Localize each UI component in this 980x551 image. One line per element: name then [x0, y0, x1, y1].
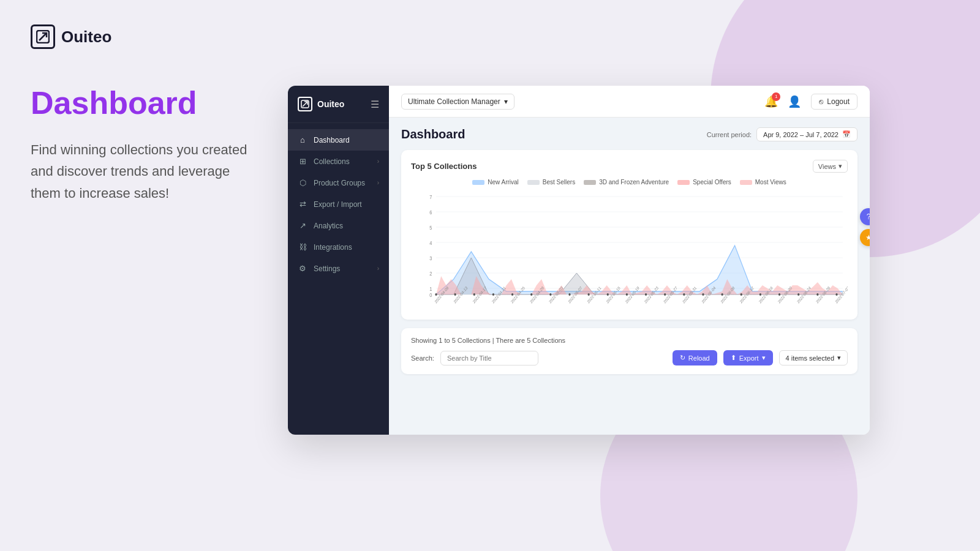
svg-point-23 [435, 293, 437, 296]
export-button[interactable]: ⬆ Export ▾ [723, 350, 773, 365]
floating-buttons: ? ★ [860, 208, 870, 246]
legend-label-best-sellers: Best Sellers [543, 179, 575, 186]
collection-selector[interactable]: Ultimate Collection Manager ▾ [401, 94, 514, 110]
notification-button[interactable]: 🔔 1 [764, 95, 778, 108]
svg-text:3: 3 [429, 255, 432, 261]
logout-icon: ⎋ [819, 97, 823, 106]
chevron-right-icon: › [377, 158, 379, 165]
help-icon: ? [867, 212, 870, 221]
table-info: Showing 1 to 5 Collections | There are 5… [411, 337, 848, 344]
svg-text:7: 7 [429, 194, 432, 200]
svg-marker-20 [436, 246, 843, 294]
integrations-icon: ⛓ [298, 242, 307, 252]
svg-text:0: 0 [429, 292, 432, 298]
nav-label-analytics: Analytics [314, 222, 379, 230]
user-icon[interactable]: 👤 [788, 95, 801, 108]
svg-text:5: 5 [429, 225, 432, 231]
svg-point-39 [741, 293, 742, 296]
svg-point-42 [797, 293, 799, 296]
svg-point-38 [721, 293, 723, 296]
main-content: Ultimate Collection Manager ▾ 🔔 1 👤 ⎋ Lo… [389, 86, 870, 435]
left-panel: Ouiteo Dashboard Find winning collection… [0, 0, 288, 551]
product-groups-icon: ⬡ [298, 178, 307, 187]
chevron-right-icon-2: › [377, 179, 379, 186]
export-label: Export [739, 354, 759, 362]
sidebar-item-dashboard[interactable]: ⌂ Dashboard [288, 129, 389, 151]
help-button[interactable]: ? [860, 208, 870, 225]
app-window: Ouiteo ☰ ⌂ Dashboard ⊞ Collections › ⬡ P… [288, 86, 870, 435]
period-value-selector[interactable]: Apr 9, 2022 – Jul 7, 2022 📅 [756, 127, 858, 141]
sidebar-item-settings[interactable]: ⚙ Settings › [288, 258, 389, 279]
search-input[interactable] [440, 351, 538, 365]
search-label: Search: [411, 354, 434, 362]
sidebar-brand-text: Ouiteo [317, 99, 344, 109]
brand-logo: Ouiteo [31, 24, 257, 49]
sidebar-brand-icon [298, 97, 312, 111]
legend-color-special-offers [677, 180, 690, 185]
svg-line-1 [39, 33, 47, 40]
chart-legend: New Arrival Best Sellers 3D and Frozen A… [411, 179, 848, 186]
chevron-down-icon: ▾ [504, 97, 508, 106]
nav-label-settings: Settings [314, 264, 371, 273]
svg-point-37 [702, 293, 704, 296]
chart-title: Top 5 Collections [411, 162, 477, 171]
legend-label-most-views: Most Views [755, 179, 786, 186]
settings-icon: ⚙ [298, 264, 307, 273]
svg-point-36 [683, 293, 685, 296]
hamburger-icon[interactable]: ☰ [371, 99, 379, 110]
sidebar: Ouiteo ☰ ⌂ Dashboard ⊞ Collections › ⬡ P… [288, 86, 389, 435]
legend-color-new-arrival [472, 180, 484, 185]
svg-point-41 [778, 293, 780, 296]
star-icon: ★ [865, 233, 870, 242]
sidebar-item-analytics[interactable]: ↗ Analytics [288, 215, 389, 236]
legend-color-best-sellers [527, 180, 540, 185]
table-controls: Search: ↻ Reload ⬆ Export ▾ 4 items sele… [411, 350, 848, 365]
reload-label: Reload [688, 354, 710, 362]
sidebar-item-integrations[interactable]: ⛓ Integrations [288, 236, 389, 258]
topbar: Ultimate Collection Manager ▾ 🔔 1 👤 ⎋ Lo… [389, 86, 870, 118]
svg-point-31 [587, 293, 589, 296]
legend-label-special-offers: Special Offers [693, 179, 731, 186]
brand-logo-icon [31, 24, 55, 49]
svg-text:6: 6 [429, 209, 432, 216]
logout-label: Logout [827, 97, 850, 106]
dashboard-content: Dashboard Current period: Apr 9, 2022 – … [389, 118, 870, 435]
sidebar-item-product-groups[interactable]: ⬡ Product Groups › [288, 172, 389, 193]
nav-label-product-groups: Product Groups [314, 179, 371, 187]
svg-point-26 [492, 293, 494, 296]
chart-card: Top 5 Collections Views ▾ New Arrival Be… [401, 150, 858, 320]
svg-line-3 [303, 102, 307, 107]
export-import-icon: ⇄ [298, 200, 307, 209]
chart-filter-selector[interactable]: Views ▾ [813, 160, 848, 173]
svg-text:2: 2 [429, 271, 432, 277]
svg-point-44 [835, 293, 837, 296]
legend-3d-frozen: 3D and Frozen Adventure [584, 179, 669, 186]
favorite-button[interactable]: ★ [860, 229, 870, 246]
brand-name: Ouiteo [61, 28, 111, 47]
notification-badge: 1 [772, 92, 780, 101]
nav-label-export-import: Export / Import [314, 200, 379, 209]
collection-selector-label: Ultimate Collection Manager [408, 97, 500, 106]
legend-label-3d-frozen: 3D and Frozen Adventure [599, 179, 669, 186]
chevron-down-icon-2: ▾ [839, 162, 842, 170]
svg-point-32 [607, 293, 609, 296]
items-selected-dropdown[interactable]: 4 items selected ▾ [779, 350, 848, 365]
topbar-right: 🔔 1 👤 ⎋ Logout [764, 94, 858, 110]
chart-svg-container: 7 6 5 4 3 2 1 0 [411, 190, 848, 310]
svg-point-35 [664, 293, 666, 296]
legend-color-3d-frozen [584, 180, 596, 185]
nav-label-integrations: Integrations [314, 243, 379, 252]
sidebar-item-export-import[interactable]: ⇄ Export / Import [288, 193, 389, 215]
svg-text:4: 4 [429, 240, 432, 246]
dashboard-title: Dashboard [401, 127, 465, 141]
svg-point-40 [760, 293, 761, 296]
svg-point-33 [626, 293, 628, 296]
marketing-desc: Find winning collections you created and… [31, 139, 257, 204]
legend-best-sellers: Best Sellers [527, 179, 575, 186]
chevron-down-icon-3: ▾ [762, 354, 766, 362]
calendar-icon: 📅 [842, 130, 851, 138]
sidebar-brand: Ouiteo [298, 97, 344, 111]
logout-button[interactable]: ⎋ Logout [811, 94, 858, 110]
reload-button[interactable]: ↻ Reload [673, 350, 717, 365]
sidebar-item-collections[interactable]: ⊞ Collections › [288, 151, 389, 172]
